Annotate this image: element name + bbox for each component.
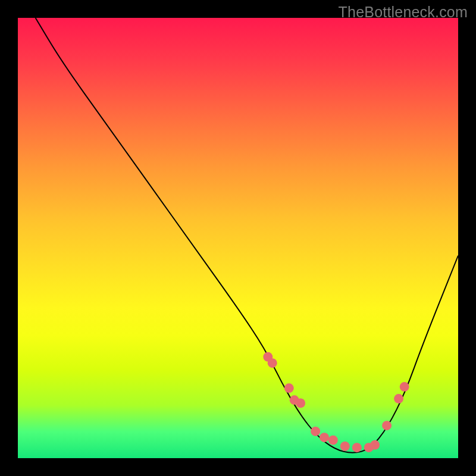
- highlight-dot: [268, 358, 277, 368]
- highlight-dot: [370, 440, 380, 450]
- watermark-text: TheBottleneck.com: [339, 4, 468, 21]
- highlight-dot: [352, 443, 362, 452]
- highlight-dot: [328, 436, 338, 445]
- highlight-dot: [296, 399, 305, 408]
- highlight-dot: [382, 421, 392, 430]
- bottleneck-curve: [36, 18, 458, 453]
- highlight-dot: [284, 383, 294, 393]
- plot-area: [18, 18, 458, 458]
- highlight-dot: [394, 394, 403, 403]
- highlight-dots-group: [263, 352, 409, 452]
- highlight-dot: [311, 427, 320, 436]
- highlight-dot: [320, 433, 329, 442]
- bottleneck-curve-svg: [18, 18, 458, 458]
- highlight-dot: [340, 441, 350, 451]
- highlight-dot: [400, 382, 409, 392]
